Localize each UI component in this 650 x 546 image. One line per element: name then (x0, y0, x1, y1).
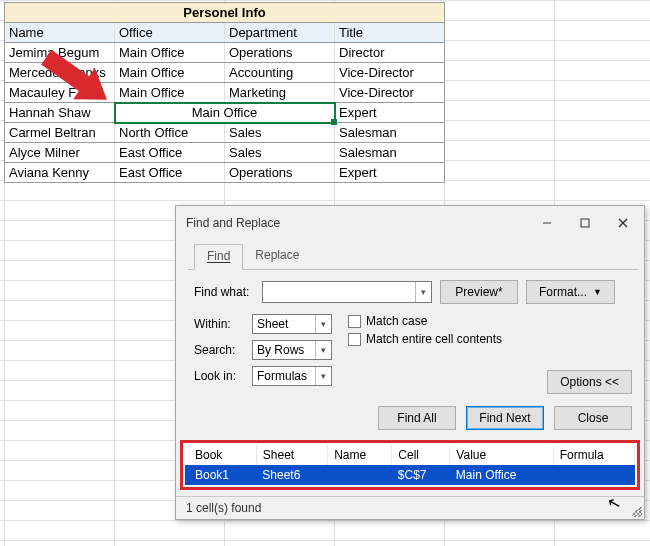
resize-grip[interactable] (632, 507, 642, 517)
dialog-title: Find and Replace (186, 216, 528, 230)
results-header[interactable]: Name (328, 445, 392, 465)
cell[interactable]: Alyce Milner (5, 143, 115, 163)
match-entire-checkbox[interactable]: Match entire cell contents (348, 332, 632, 346)
find-what-input[interactable]: ▾ (262, 281, 432, 303)
results-row[interactable]: Book1Sheet6$C$7Main Office (185, 465, 635, 485)
find-next-button[interactable]: Find Next (466, 406, 544, 430)
cell[interactable]: Salesman (335, 123, 445, 143)
col-dept: Department (225, 23, 335, 43)
tab-replace[interactable]: Replace (243, 244, 311, 270)
dialog-titlebar[interactable]: Find and Replace (176, 206, 644, 240)
minimize-button[interactable] (528, 212, 566, 234)
within-combo[interactable]: Sheet ▾ (252, 314, 332, 334)
cell[interactable]: Sales (225, 123, 335, 143)
results-header[interactable]: Sheet (256, 445, 327, 465)
results-cell (328, 465, 392, 485)
results-cell: Sheet6 (256, 465, 327, 485)
svg-rect-1 (581, 219, 589, 227)
table-row[interactable]: Jemima BegumMain OfficeOperationsDirecto… (5, 43, 445, 63)
results-header[interactable]: Value (450, 445, 553, 465)
cell[interactable]: Carmel Beltran (5, 123, 115, 143)
format-button[interactable]: Format...▼ (526, 280, 615, 304)
cell[interactable]: Accounting (225, 63, 335, 83)
find-all-button[interactable]: Find All (378, 406, 456, 430)
within-label: Within: (194, 317, 246, 331)
results-header[interactable]: Book (185, 445, 256, 465)
results-cell: $C$7 (392, 465, 450, 485)
cell[interactable]: Vice-Director (335, 83, 445, 103)
maximize-button[interactable] (566, 212, 604, 234)
find-replace-dialog: Find and Replace Find Replace Find what:… (175, 205, 645, 520)
search-label: Search: (194, 343, 246, 357)
col-title: Title (335, 23, 445, 43)
tab-find[interactable]: Find (194, 244, 243, 270)
cursor-icon: ↖ (605, 493, 622, 515)
cell[interactable]: East Office (115, 163, 225, 183)
cell[interactable]: Main Office (115, 63, 225, 83)
results-header[interactable]: Cell (392, 445, 450, 465)
table-title: Personel Info (5, 3, 445, 23)
cell[interactable]: Director (335, 43, 445, 63)
close-window-button[interactable] (604, 212, 642, 234)
selected-cell[interactable]: Main Office (115, 103, 335, 123)
results-cell (553, 465, 634, 485)
status-text: 1 cell(s) found (186, 501, 261, 515)
cell[interactable]: Vice-Director (335, 63, 445, 83)
table-row[interactable]: Aviana KennyEast OfficeOperationsExpert (5, 163, 445, 183)
table-column-headers: Name Office Department Title (5, 23, 445, 43)
lookin-combo[interactable]: Formulas ▾ (252, 366, 332, 386)
find-what-label: Find what: (194, 285, 254, 299)
results-cell: Book1 (185, 465, 256, 485)
match-case-checkbox[interactable]: Match case (348, 314, 632, 328)
results-header[interactable]: Formula (553, 445, 634, 465)
results-cell: Main Office (450, 465, 553, 485)
col-name: Name (5, 23, 115, 43)
cell[interactable]: Salesman (335, 143, 445, 163)
cell[interactable]: Operations (225, 43, 335, 63)
table-row[interactable]: Carmel BeltranNorth OfficeSalesSalesman (5, 123, 445, 143)
close-button[interactable]: Close (554, 406, 632, 430)
cell[interactable]: Aviana Kenny (5, 163, 115, 183)
results-panel: BookSheetNameCellValueFormula Book1Sheet… (180, 440, 640, 490)
table-row[interactable]: Alyce MilnerEast OfficeSalesSalesman (5, 143, 445, 163)
table-row[interactable]: Hannah ShawMain OfficeExpert (5, 103, 445, 123)
preview-button[interactable]: Preview* (440, 280, 518, 304)
cell[interactable]: Expert (335, 103, 445, 123)
cell[interactable]: East Office (115, 143, 225, 163)
lookin-label: Look in: (194, 369, 246, 383)
cell[interactable]: Operations (225, 163, 335, 183)
col-office: Office (115, 23, 225, 43)
search-combo[interactable]: By Rows ▾ (252, 340, 332, 360)
chevron-down-icon[interactable]: ▾ (415, 282, 431, 302)
chevron-down-icon[interactable]: ▾ (315, 315, 331, 333)
cell[interactable]: Main Office (115, 43, 225, 63)
cell[interactable]: Expert (335, 163, 445, 183)
cell[interactable]: Marketing (225, 83, 335, 103)
data-table: Personel Info Name Office Department Tit… (4, 2, 445, 183)
chevron-down-icon[interactable]: ▾ (315, 367, 331, 385)
chevron-down-icon[interactable]: ▾ (315, 341, 331, 359)
cell[interactable]: North Office (115, 123, 225, 143)
cell[interactable]: Main Office (115, 83, 225, 103)
cell[interactable]: Sales (225, 143, 335, 163)
options-button[interactable]: Options << (547, 370, 632, 394)
